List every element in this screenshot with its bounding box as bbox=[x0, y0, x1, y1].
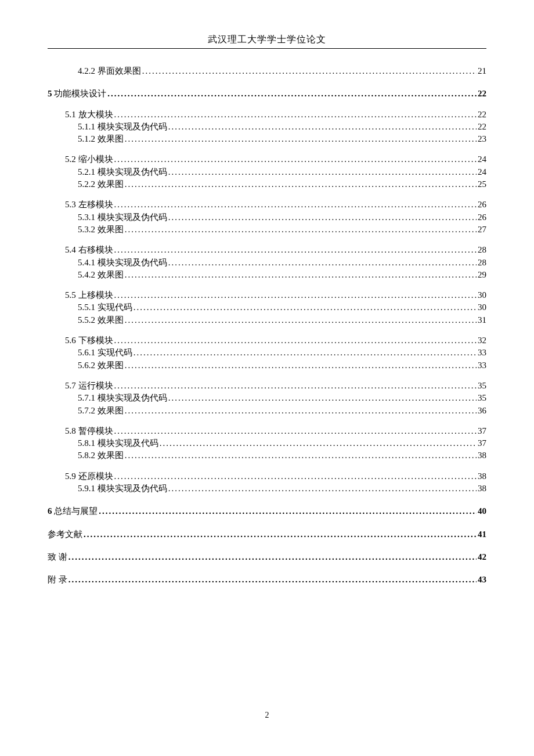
toc-leader-dots bbox=[125, 178, 477, 190]
toc-entry: 5.8.1 模块实现及代码37 bbox=[48, 437, 486, 449]
toc-leader-dots bbox=[114, 425, 477, 437]
toc-entry-page: 25 bbox=[478, 178, 486, 190]
toc-leader-dots bbox=[114, 153, 477, 165]
toc-entry-label: 5.2 缩小模块 bbox=[65, 153, 113, 165]
toc-entry-label: 5.6 下移模块 bbox=[65, 334, 113, 347]
toc-entry-label: 5.1.1 模块实现及伪代码 bbox=[78, 121, 167, 133]
toc-entry-page: 26 bbox=[478, 199, 486, 211]
toc-entry-label: 5.8.1 模块实现及代码 bbox=[78, 437, 158, 449]
toc-entry-label: 5.2.1 模块实现及伪代码 bbox=[78, 166, 167, 178]
toc-entry-label: 5.6.2 效果图 bbox=[78, 359, 124, 372]
toc-entry: 4.2.2 界面效果图21 bbox=[48, 65, 486, 77]
toc-entry-page: 22 bbox=[478, 121, 486, 133]
toc-entry-label: 5.7.1 模块实现及伪代码 bbox=[78, 392, 167, 404]
toc-entry-page: 33 bbox=[478, 347, 486, 359]
toc-entry-page: 28 bbox=[478, 244, 486, 256]
toc-entry-label: 5.7 运行模块 bbox=[65, 380, 113, 392]
toc-entry-page: 42 bbox=[478, 551, 486, 563]
toc-leader-dots bbox=[125, 405, 477, 417]
toc-entry-label: 5.6.1 实现代码 bbox=[78, 347, 132, 359]
toc-entry-label: 5.8.2 效果图 bbox=[78, 449, 124, 462]
toc-entry-page: 32 bbox=[478, 334, 486, 347]
toc-entry-label: 5.5 上移模块 bbox=[65, 289, 113, 301]
toc-entry: 5.8.2 效果图38 bbox=[48, 449, 486, 462]
toc-leader-dots bbox=[168, 483, 477, 495]
toc-entry: 5.1 放大模块22 bbox=[48, 109, 486, 121]
toc-entry: 5.7.2 效果图36 bbox=[48, 405, 486, 417]
toc-entry-page: 40 bbox=[478, 505, 486, 517]
toc-entry-label: 5 功能模块设计 bbox=[48, 88, 106, 100]
toc-entry: 5.2 缩小模块24 bbox=[48, 153, 486, 165]
toc-entry: 5.6.2 效果图33 bbox=[48, 359, 486, 372]
toc-leader-dots bbox=[168, 211, 477, 224]
toc-entry-label: 5.3.2 效果图 bbox=[78, 224, 124, 236]
toc-leader-dots bbox=[168, 121, 477, 133]
toc-entry: 5.6.1 实现代码33 bbox=[48, 347, 486, 359]
toc-entry: 5.2.2 效果图25 bbox=[48, 178, 486, 190]
toc-entry-page: 37 bbox=[478, 425, 486, 437]
toc-leader-dots bbox=[142, 65, 477, 77]
toc-entry: 5.2.1 模块实现及伪代码24 bbox=[48, 166, 486, 178]
toc-entry-page: 30 bbox=[478, 301, 486, 314]
toc-leader-dots bbox=[114, 470, 477, 483]
toc-leader-dots bbox=[168, 166, 477, 178]
toc-entry: 5.3 左移模块26 bbox=[48, 199, 486, 211]
toc-entry-page: 22 bbox=[478, 88, 486, 100]
toc-leader-dots bbox=[114, 244, 477, 256]
toc-leader-dots bbox=[114, 199, 477, 211]
toc-leader-dots bbox=[125, 449, 477, 462]
toc-entry-label: 5.5.1 实现代码 bbox=[78, 301, 132, 314]
toc-entry-label: 5.4 右移模块 bbox=[65, 244, 113, 256]
toc-entry-label: 5.3.1 模块实现及伪代码 bbox=[78, 211, 167, 224]
toc-entry: 5.5.1 实现代码30 bbox=[48, 301, 486, 314]
toc-entry: 附 录43 bbox=[48, 574, 486, 586]
toc-leader-dots bbox=[68, 574, 477, 586]
toc-leader-dots bbox=[125, 314, 477, 326]
toc-entry-page: 35 bbox=[478, 392, 486, 404]
toc-entry-label: 5.4.2 效果图 bbox=[78, 269, 124, 281]
toc-entry: 6 总结与展望40 bbox=[48, 505, 486, 517]
toc-leader-dots bbox=[125, 224, 477, 236]
header-rule bbox=[48, 48, 486, 49]
toc-entry-label: 5.2.2 效果图 bbox=[78, 178, 124, 190]
toc-entry: 5.4.2 效果图29 bbox=[48, 269, 486, 281]
toc-leader-dots bbox=[99, 505, 477, 517]
toc-leader-dots bbox=[114, 334, 477, 347]
toc-leader-dots bbox=[107, 88, 477, 100]
toc-entry: 5.3.2 效果图27 bbox=[48, 224, 486, 236]
toc-entry-page: 35 bbox=[478, 380, 486, 392]
toc-entry: 5.5 上移模块30 bbox=[48, 289, 486, 301]
toc-entry-label: 5.4.1 模块实现及伪代码 bbox=[78, 257, 167, 269]
table-of-contents: 4.2.2 界面效果图215 功能模块设计225.1 放大模块225.1.1 模… bbox=[48, 65, 486, 586]
toc-entry-label: 6 总结与展望 bbox=[48, 505, 98, 517]
toc-leader-dots bbox=[134, 347, 477, 359]
toc-entry: 5.1.2 效果图23 bbox=[48, 133, 486, 145]
toc-leader-dots bbox=[168, 257, 477, 269]
toc-entry-page: 38 bbox=[478, 449, 486, 462]
toc-entry-page: 38 bbox=[478, 470, 486, 483]
toc-entry-label: 5.5.2 效果图 bbox=[78, 314, 124, 326]
toc-entry-page: 38 bbox=[478, 483, 486, 495]
toc-entry: 5.1.1 模块实现及伪代码22 bbox=[48, 121, 486, 133]
page-number: 2 bbox=[0, 711, 534, 720]
toc-entry-page: 22 bbox=[478, 109, 486, 121]
toc-entry: 5.9.1 模块实现及伪代码38 bbox=[48, 483, 486, 495]
toc-entry-label: 5.9 还原模块 bbox=[65, 470, 113, 483]
toc-leader-dots bbox=[125, 269, 477, 281]
toc-leader-dots bbox=[114, 289, 477, 301]
toc-entry: 5.5.2 效果图31 bbox=[48, 314, 486, 326]
toc-entry: 5 功能模块设计22 bbox=[48, 88, 486, 100]
toc-entry-page: 30 bbox=[478, 289, 486, 301]
toc-entry: 5.4.1 模块实现及伪代码28 bbox=[48, 257, 486, 269]
toc-entry: 5.7 运行模块35 bbox=[48, 380, 486, 392]
toc-entry: 参考文献41 bbox=[48, 528, 486, 541]
toc-entry: 5.4 右移模块28 bbox=[48, 244, 486, 256]
toc-entry-label: 致 谢 bbox=[48, 551, 67, 563]
toc-leader-dots bbox=[114, 109, 477, 121]
page-header-title: 武汉理工大学学士学位论文 bbox=[48, 34, 486, 46]
toc-entry-label: 5.1.2 效果图 bbox=[78, 133, 124, 145]
toc-entry-page: 23 bbox=[478, 133, 486, 145]
toc-entry: 5.6 下移模块32 bbox=[48, 334, 486, 347]
toc-entry: 5.9 还原模块38 bbox=[48, 470, 486, 483]
toc-entry: 5.8 暂停模块37 bbox=[48, 425, 486, 437]
